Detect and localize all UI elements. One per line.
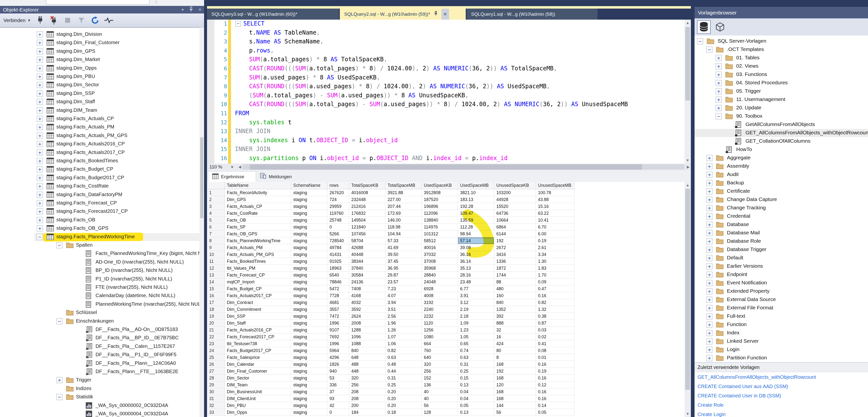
grid-cell[interactable]: 0.19 xyxy=(536,237,575,244)
grid-cell[interactable]: 640 xyxy=(422,354,458,361)
tree-item[interactable]: −staging.Facts_PlannedWorkingTime xyxy=(0,233,204,241)
refresh-icon[interactable] xyxy=(91,16,99,25)
editor-scrollbar-thumb[interactable] xyxy=(685,27,690,100)
expand-plus-icon[interactable]: + xyxy=(706,288,712,294)
grid-cell[interactable]: staging xyxy=(291,333,327,340)
tree-item[interactable]: +staging.Dim_Final_Customer xyxy=(0,39,204,47)
tree-item[interactable]: CalendarDay (datetime, Nicht NULL) xyxy=(0,292,204,300)
expand-plus-icon[interactable]: + xyxy=(37,57,43,63)
expand-plus-icon[interactable]: + xyxy=(716,80,722,86)
expand-plus-icon[interactable]: + xyxy=(716,97,722,103)
tree-item[interactable]: +Aggregate xyxy=(694,154,868,162)
grid-cell[interactable]: Facts_Actuals2016_CP xyxy=(225,327,291,333)
tree-item[interactable]: +Credential xyxy=(694,212,868,220)
grid-cell[interactable]: 0.12 xyxy=(536,382,575,388)
grid-cell[interactable]: 2008 xyxy=(349,320,385,327)
grid-cell[interactable]: 23.48 xyxy=(458,278,494,285)
tree-item[interactable]: +staging.Dim_Sector xyxy=(0,81,204,89)
grid-cell[interactable]: staging xyxy=(291,382,327,388)
expand-plus-icon[interactable]: + xyxy=(37,175,43,181)
grid-cell[interactable]: 0.31 xyxy=(385,375,422,382)
expand-plus-icon[interactable]: + xyxy=(706,230,712,236)
grid-cell[interactable]: 0.03 xyxy=(536,327,575,333)
tree-item[interactable]: +Earlier Versions xyxy=(694,263,868,271)
grid-cell[interactable]: 0.47 xyxy=(536,285,575,292)
grid-cell[interactable]: 91925 xyxy=(327,258,349,265)
grid-cell[interactable]: 760 xyxy=(422,347,458,354)
grid-column-header[interactable] xyxy=(207,182,225,189)
grid-cell[interactable]: 0.14 xyxy=(536,402,575,409)
grid-cell[interactable]: 1.96 xyxy=(385,320,422,327)
grid-cell[interactable]: 152 xyxy=(422,375,458,382)
grid-cell[interactable]: 4681 xyxy=(327,299,349,306)
grid-cell[interactable]: DIM_Team xyxy=(225,382,291,388)
tree-item[interactable]: +11. Usermanagement xyxy=(694,96,868,104)
grid-cell[interactable]: 44928 xyxy=(494,196,536,203)
grid-cell[interactable]: 6.00 xyxy=(536,231,575,237)
expand-plus-icon[interactable]: + xyxy=(706,272,712,278)
grid-cell[interactable]: 121840 xyxy=(349,224,385,231)
grid-cell[interactable]: 29959 xyxy=(327,203,349,210)
grid-cell[interactable]: 3.91 xyxy=(458,292,494,299)
grid-cell[interactable]: staging xyxy=(291,272,327,278)
tree-item[interactable]: AD-One_ID (nvarchar(255), Nicht NULL) xyxy=(0,258,204,266)
tree-item[interactable]: +staging.Facts_Budget2017_CP xyxy=(0,174,204,182)
grid-cell[interactable]: 2.56 xyxy=(385,313,422,320)
grid-cell[interactable]: 0.25 xyxy=(385,382,422,388)
grid-cell[interactable]: 1.30 xyxy=(536,258,575,265)
collapse-minus-icon[interactable]: − xyxy=(706,47,712,53)
expand-plus-icon[interactable]: + xyxy=(706,305,712,311)
grid-row-number[interactable]: 1 xyxy=(207,189,225,196)
tree-item[interactable]: +staging.Facts_Budget_CP xyxy=(0,166,204,174)
tree-item[interactable]: −Spalten xyxy=(0,241,204,249)
grid-cell[interactable]: 120 xyxy=(494,382,536,388)
tree-item[interactable]: PlannedWorkingTime (nvarchar(255), Nicht… xyxy=(0,301,204,309)
expand-plus-icon[interactable]: + xyxy=(716,88,722,94)
expand-plus-icon[interactable]: + xyxy=(716,55,722,61)
grid-cell[interactable]: 36.95 xyxy=(385,265,422,272)
grid-row-number[interactable]: 17 xyxy=(207,299,225,306)
expand-plus-icon[interactable]: + xyxy=(37,166,43,172)
expand-plus-icon[interactable]: + xyxy=(706,347,712,353)
grid-cell[interactable]: 0.16 xyxy=(536,388,575,395)
grid-cell[interactable]: staging xyxy=(291,258,327,265)
grid-cell[interactable]: Dim_Opps xyxy=(225,409,291,416)
grid-cell[interactable]: 56 xyxy=(422,402,458,409)
grid-cell[interactable]: 149504 xyxy=(349,217,385,224)
grid-cell[interactable]: staging xyxy=(291,327,327,333)
grid-cell[interactable]: Dim_Staff xyxy=(225,320,291,327)
tree-item[interactable]: −90. Toolbox xyxy=(694,113,868,121)
grid-cell[interactable]: 1996 xyxy=(327,320,349,327)
expand-plus-icon[interactable]: + xyxy=(716,105,722,111)
tree-item[interactable]: GET_CollationOfAllColumns xyxy=(694,138,868,146)
grid-cell[interactable]: Facts_OB_GPS xyxy=(225,231,291,237)
grid-cell[interactable]: 336 xyxy=(327,382,349,388)
expand-plus-icon[interactable]: + xyxy=(37,40,43,46)
grid-cell[interactable]: staging xyxy=(291,278,327,285)
grid-row-number[interactable]: 30 xyxy=(207,388,225,395)
grid-cell[interactable]: 0.16 xyxy=(536,395,575,402)
grid-cell[interactable]: Dim_Calendar xyxy=(225,361,291,368)
grid-cell[interactable]: 200 xyxy=(349,402,385,409)
grid-cell[interactable]: 135.59 xyxy=(458,217,494,224)
grid-cell[interactable]: 93 xyxy=(327,395,349,402)
grid-cell[interactable]: 208 xyxy=(349,395,385,402)
grid-cell[interactable]: staging xyxy=(291,375,327,382)
expand-plus-icon[interactable]: + xyxy=(706,163,712,170)
connect-button[interactable]: Verbinden ▼ xyxy=(3,18,31,23)
expand-plus-icon[interactable]: + xyxy=(706,155,712,161)
grid-cell[interactable]: 227.00 xyxy=(385,196,422,203)
grid-row-number[interactable]: 13 xyxy=(207,272,225,278)
grid-cell[interactable]: staging xyxy=(291,320,327,327)
grid-cell[interactable]: 103200 xyxy=(494,189,536,196)
grid-row-number[interactable]: 31 xyxy=(207,395,225,402)
grid-cell[interactable]: 724 xyxy=(327,196,349,203)
tree-item[interactable]: +01. Tables xyxy=(694,54,868,62)
sql-code-editor[interactable]: 1−SELECT2 t.NAME AS TableName,3 s.Name A… xyxy=(207,20,684,163)
grid-cell[interactable]: Dim_BusinessUnit xyxy=(225,388,291,395)
grid-cell[interactable]: 35.13 xyxy=(458,265,494,272)
grid-cell[interactable]: Dim_Commitment xyxy=(225,306,291,313)
grid-cell[interactable]: 3921.88 xyxy=(385,189,422,196)
grid-cell[interactable]: 448 xyxy=(349,368,385,375)
grid-cell[interactable]: Dim_GPS xyxy=(225,196,291,203)
